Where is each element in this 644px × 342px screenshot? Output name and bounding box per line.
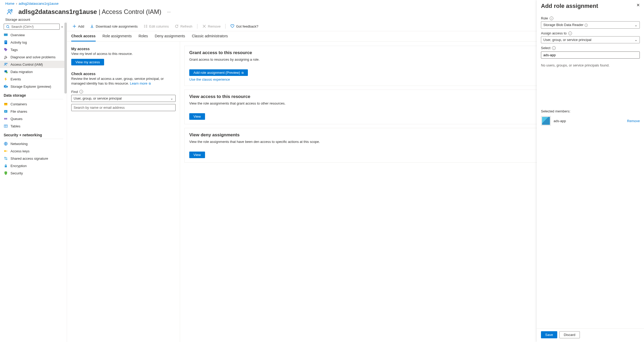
svg-point-2 [7, 25, 9, 28]
close-panel-button[interactable]: ✕ [636, 3, 640, 8]
sidebar: Search (Ctrl+/) « Overview Activity log … [0, 22, 67, 342]
my-access-heading: My access [71, 47, 176, 51]
svg-rect-24 [6, 151, 7, 151]
collapse-sidebar-button[interactable]: « [61, 25, 63, 29]
scrollbar[interactable] [64, 23, 67, 94]
tab-check-access[interactable]: Check access [71, 34, 96, 42]
refresh-icon [175, 24, 179, 28]
svg-rect-20 [6, 118, 7, 120]
svg-point-11 [6, 72, 8, 73]
assign-select[interactable]: User, group, or service principal⌄ [541, 36, 640, 43]
save-button[interactable]: Save [541, 331, 557, 338]
svg-rect-12 [4, 85, 5, 87]
sidebar-item-events[interactable]: Events [0, 75, 67, 83]
add-role-assignment-button[interactable]: Add role assignment (Preview) ⧉ [189, 69, 248, 76]
more-button[interactable]: ⋯ [167, 10, 171, 14]
svg-rect-18 [4, 118, 5, 120]
svg-rect-27 [5, 165, 7, 167]
sidebar-item-containers[interactable]: Containers [0, 100, 67, 108]
no-results-text: No users, groups, or service principals … [541, 59, 640, 67]
sas-icon [4, 156, 8, 160]
svg-point-8 [5, 63, 6, 64]
remove-member-link[interactable]: Remove [627, 119, 640, 123]
view-deny-button[interactable]: View [189, 152, 205, 158]
sidebar-item-access-keys[interactable]: Access keys [0, 147, 67, 155]
tab-role-assignments[interactable]: Role assignments [103, 34, 132, 41]
remove-button[interactable]: Remove [200, 23, 223, 29]
app-avatar-icon [541, 116, 551, 126]
svg-rect-19 [5, 118, 6, 120]
view-access-button[interactable]: View [189, 113, 205, 120]
sidebar-item-tables[interactable]: Tables [0, 122, 67, 130]
svg-rect-13 [5, 85, 6, 88]
svg-point-0 [8, 10, 10, 12]
svg-rect-7 [5, 42, 7, 42]
lightning-icon [4, 77, 8, 81]
sidebar-section-storage: Data storage [0, 90, 67, 99]
sidebar-item-activity-log[interactable]: Activity log [0, 39, 67, 46]
check-access-desc: Review the level of access a user, group… [71, 76, 176, 86]
svg-point-25 [4, 157, 6, 158]
find-label: Find [71, 90, 78, 94]
info-icon[interactable]: i [568, 32, 572, 35]
sidebar-item-overview[interactable]: Overview [0, 31, 67, 39]
add-role-assignment-panel: Add role assignment ✕ Rolei Storage Blob… [537, 0, 644, 342]
edit-columns-button[interactable]: Edit columns [141, 23, 171, 29]
select-input[interactable] [541, 51, 640, 59]
info-icon[interactable]: i [552, 46, 556, 50]
svg-rect-6 [5, 41, 7, 42]
find-select[interactable]: User, group, or service principal⌄ [71, 95, 176, 102]
key-icon [4, 149, 8, 153]
iam-icon [5, 7, 15, 17]
globe-icon [4, 142, 8, 146]
feedback-button[interactable]: Got feedback? [228, 23, 260, 29]
tab-deny-assignments[interactable]: Deny assignments [155, 34, 185, 41]
refresh-button[interactable]: Refresh [172, 23, 195, 29]
tab-roles[interactable]: Roles [139, 34, 148, 41]
find-search-input[interactable] [71, 104, 176, 111]
fileshare-icon [4, 109, 8, 113]
sidebar-item-diagnose[interactable]: Diagnose and solve problems [0, 53, 67, 61]
tab-classic-administrators[interactable]: Classic administrators [192, 34, 228, 41]
panel-title: Add role assignment [541, 3, 598, 9]
queue-icon [4, 117, 8, 121]
sidebar-item-storage-explorer[interactable]: Storage Explorer (preview) [0, 83, 67, 90]
sidebar-item-access-control[interactable]: Access Control (IAM) [0, 61, 67, 68]
sidebar-item-file-shares[interactable]: File shares [0, 108, 67, 115]
sidebar-item-networking[interactable]: Networking [0, 140, 67, 147]
page-title: adlsg2datascans1rg1ause | Access Control… [18, 8, 161, 15]
sidebar-search-input[interactable]: Search (Ctrl+/) [4, 24, 60, 30]
use-classic-link[interactable]: Use the classic experience [189, 77, 230, 81]
svg-point-26 [6, 159, 7, 160]
log-icon [4, 40, 8, 44]
info-icon[interactable]: i [79, 90, 83, 94]
svg-point-1 [11, 9, 12, 11]
learn-more-link[interactable]: Learn more ⧉ [130, 81, 151, 85]
sidebar-section-security: Security + networking [0, 130, 67, 138]
breadcrumb-resource[interactable]: adlsg2datascans1rg1ause [19, 2, 59, 6]
info-icon[interactable]: i [550, 17, 553, 20]
people-icon [4, 62, 8, 66]
breadcrumb-home[interactable]: Home [5, 2, 14, 6]
my-access-desc: View my level of access to this resource… [71, 51, 176, 56]
external-icon: ⧉ [242, 71, 244, 74]
sidebar-item-tags[interactable]: Tags [0, 46, 67, 53]
sidebar-item-sas[interactable]: Shared access signature [0, 155, 67, 162]
sidebar-item-data-migration[interactable]: Data migration [0, 68, 67, 75]
container-icon [4, 102, 8, 106]
chevron-down-icon: ⌄ [635, 38, 637, 42]
columns-icon [144, 24, 148, 28]
plus-icon [72, 24, 76, 28]
sidebar-item-security[interactable]: Security [0, 169, 67, 177]
lock-icon [4, 164, 8, 168]
role-select[interactable]: Storage Blob Data Reader i⌄ [541, 21, 640, 29]
sidebar-item-encryption[interactable]: Encryption [0, 162, 67, 169]
download-button[interactable]: Download role assignments [88, 23, 140, 29]
info-icon[interactable]: i [585, 24, 588, 27]
discard-button[interactable]: Discard [559, 331, 580, 338]
selected-members-heading: Selected members: [541, 109, 640, 113]
add-button[interactable]: Add [70, 23, 86, 29]
wrench-icon [4, 55, 8, 59]
view-my-access-button[interactable]: View my access [71, 59, 104, 65]
sidebar-item-queues[interactable]: Queues [0, 115, 67, 122]
